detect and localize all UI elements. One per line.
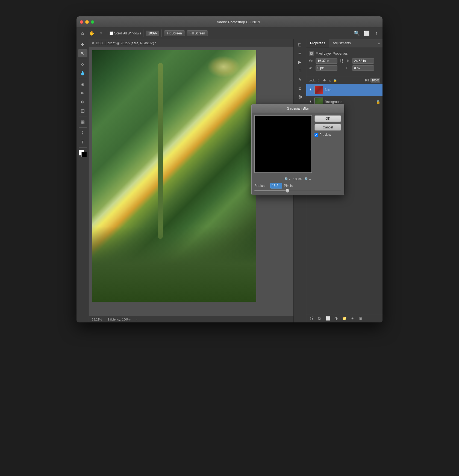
healing-brush-icon[interactable]: ⊕ bbox=[78, 80, 87, 89]
minimize-button[interactable] bbox=[85, 20, 89, 24]
h-input[interactable] bbox=[352, 58, 374, 64]
blur-preview-checkbox[interactable]: Preview bbox=[314, 133, 341, 137]
blur-slider-track[interactable] bbox=[254, 190, 341, 191]
toolbox-sep-5 bbox=[79, 147, 87, 148]
search-icon[interactable]: 🔍 bbox=[353, 30, 361, 37]
layer-group-icon[interactable]: 📁 bbox=[341, 315, 347, 321]
right-tool-5-icon[interactable]: ✎ bbox=[295, 75, 305, 84]
blur-radius-input[interactable] bbox=[270, 183, 282, 189]
gaussian-blur-body: OK Cancel Preview bbox=[252, 113, 344, 175]
tab-properties[interactable]: Properties bbox=[306, 39, 329, 48]
lock-pixels-icon[interactable]: ⬚ bbox=[317, 78, 321, 82]
maximize-button[interactable] bbox=[91, 20, 94, 24]
x-label: X: bbox=[309, 66, 314, 70]
tab-adjustments[interactable]: Adjustments bbox=[329, 39, 355, 48]
type-tool-icon[interactable]: T bbox=[78, 138, 87, 146]
scroll-all-windows-input[interactable] bbox=[110, 31, 113, 35]
toolbar-separator-1 bbox=[107, 30, 107, 37]
props-content: 🖼 Pixel Layer Properties W: ⛓ H: X: bbox=[306, 48, 382, 75]
layer-name-background: Background bbox=[325, 100, 374, 104]
title-bar: Adobe Photoshop CC 2019 bbox=[76, 16, 382, 27]
props-xy-row: X: Y: bbox=[309, 65, 380, 71]
zoom-input[interactable] bbox=[146, 31, 159, 36]
background-color[interactable] bbox=[81, 152, 87, 157]
layer-name-flare: flare bbox=[325, 88, 380, 92]
layer-visibility-background[interactable]: 👁 bbox=[308, 100, 313, 104]
toolbar-right: 🔍 ⬜ ↑ bbox=[353, 30, 380, 37]
crop-tool-icon[interactable]: ⊹ bbox=[78, 60, 87, 69]
traffic-lights bbox=[80, 20, 94, 24]
scroll-all-windows-checkbox[interactable]: Scroll All Windows bbox=[110, 31, 141, 35]
toolbox-sep-1 bbox=[79, 59, 87, 59]
lock-art-icon[interactable]: △ bbox=[328, 78, 332, 82]
properties-panel: Properties Adjustments ≡ 🖼 Pixel Layer P… bbox=[306, 39, 382, 77]
right-tool-3-icon[interactable]: ▶ bbox=[295, 58, 305, 66]
w-input[interactable] bbox=[316, 58, 337, 64]
tab-close-button[interactable]: ✕ bbox=[92, 41, 94, 45]
canvas-tab: ✕ DSC_8592.tif @ 23.2% (flare, RGB/16°) … bbox=[89, 39, 293, 47]
select-tool-icon[interactable]: ↖ bbox=[78, 49, 87, 57]
props-wh-row: W: ⛓ H: bbox=[309, 58, 380, 64]
layer-fill-adjustment-icon[interactable]: ◑ bbox=[333, 315, 339, 321]
right-tool-4-icon[interactable]: ⊡ bbox=[295, 67, 305, 75]
hand-tool-dropdown-icon[interactable]: ▼ bbox=[97, 30, 105, 37]
fill-input[interactable] bbox=[370, 78, 380, 83]
close-button[interactable] bbox=[80, 20, 83, 24]
link-proportions-icon[interactable]: ⛓ bbox=[339, 58, 344, 63]
blur-slider-thumb[interactable] bbox=[286, 189, 289, 193]
blur-ok-button[interactable]: OK bbox=[314, 115, 341, 122]
pen-tool-icon[interactable]: ⌇ bbox=[78, 129, 87, 137]
canvas-arrow-status: › bbox=[136, 318, 137, 321]
arrange-windows-icon[interactable]: ⬜ bbox=[363, 30, 370, 37]
canvas-light-overlay bbox=[207, 56, 240, 78]
toolbar-separator-3 bbox=[161, 30, 162, 37]
clone-stamp-icon[interactable]: ⊗ bbox=[78, 98, 87, 106]
layer-mask-icon[interactable]: ⬜ bbox=[325, 315, 331, 321]
canvas-zoom-status: 23.21% bbox=[92, 318, 102, 321]
left-toolbox: ✥ ↖ ⊹ 💧 ⊕ ✏ ⊗ ◫ ▦ ⌇ T bbox=[76, 39, 89, 322]
share-icon[interactable]: ↑ bbox=[373, 30, 380, 37]
layer-visibility-flare[interactable]: 👁 bbox=[308, 88, 313, 92]
color-swatch[interactable] bbox=[79, 150, 87, 157]
blur-radius-row: Radius: Pixels bbox=[254, 183, 341, 189]
right-tool-6-icon[interactable]: ⊠ bbox=[295, 84, 305, 92]
fill-label: Fill: bbox=[365, 79, 370, 82]
blur-preview-input[interactable] bbox=[314, 133, 318, 137]
eraser-icon[interactable]: ◫ bbox=[78, 107, 87, 115]
canvas-status-bar: 23.21% Efficiency: 100%* › bbox=[89, 316, 293, 322]
layer-fx-icon[interactable]: fx bbox=[317, 315, 323, 321]
app-window: Adobe Photoshop CC 2019 ⌂ ✋ ▼ Scroll All… bbox=[76, 16, 382, 322]
lock-position-icon[interactable]: ✚ bbox=[322, 78, 326, 82]
blur-radius-unit: Pixels bbox=[284, 184, 293, 188]
eyedropper-icon[interactable]: 💧 bbox=[78, 69, 87, 77]
gaussian-blur-bottom: 🔍- 100% 🔍+ Radius: Pixels bbox=[252, 175, 344, 195]
brush-icon[interactable]: ✏ bbox=[78, 89, 87, 97]
canvas-tab-label: DSC_8592.tif @ 23.2% (flare, RGB/16°) * bbox=[96, 41, 156, 45]
blur-cancel-button[interactable]: Cancel bbox=[314, 124, 341, 131]
blur-zoom-in-icon[interactable]: 🔍+ bbox=[304, 177, 311, 181]
panel-menu-icon[interactable]: ≡ bbox=[375, 40, 382, 47]
lock-all-icon[interactable]: 🔒 bbox=[333, 78, 337, 82]
layer-item-flare[interactable]: 👁 flare bbox=[306, 84, 382, 96]
right-tool-7-icon[interactable]: ⛓ bbox=[295, 93, 305, 101]
y-input[interactable] bbox=[352, 65, 374, 71]
right-tool-2-icon[interactable]: ✛ bbox=[295, 49, 305, 57]
pixel-layer-label: Pixel Layer Properties bbox=[316, 52, 348, 55]
toolbar-separator-2 bbox=[143, 30, 143, 37]
hand-tool-icon[interactable]: ✋ bbox=[88, 30, 96, 37]
layer-link-icon[interactable]: ⛓ bbox=[308, 315, 314, 321]
x-input[interactable] bbox=[316, 65, 337, 71]
right-tool-1-icon[interactable]: ⬚ bbox=[295, 40, 305, 49]
canvas-efficiency-status: Efficiency: 100%* bbox=[107, 318, 131, 321]
gradient-icon[interactable]: ▦ bbox=[78, 118, 87, 126]
fit-screen-button[interactable]: Fit Screen bbox=[164, 30, 185, 36]
layer-new-icon[interactable]: + bbox=[349, 315, 355, 321]
blur-zoom-out-icon[interactable]: 🔍- bbox=[284, 177, 290, 181]
layer-delete-icon[interactable]: 🗑 bbox=[358, 315, 364, 321]
fill-screen-button[interactable]: Fill Screen bbox=[187, 30, 208, 36]
layer-thumb-flare bbox=[314, 86, 323, 94]
layer-locked-icon: 🔒 bbox=[376, 100, 380, 104]
layers-lock-row: Lock: ⬚ ✚ △ 🔒 Fill: bbox=[306, 77, 382, 84]
move-tool-icon[interactable]: ✥ bbox=[78, 40, 87, 49]
home-icon[interactable]: ⌂ bbox=[79, 30, 86, 37]
